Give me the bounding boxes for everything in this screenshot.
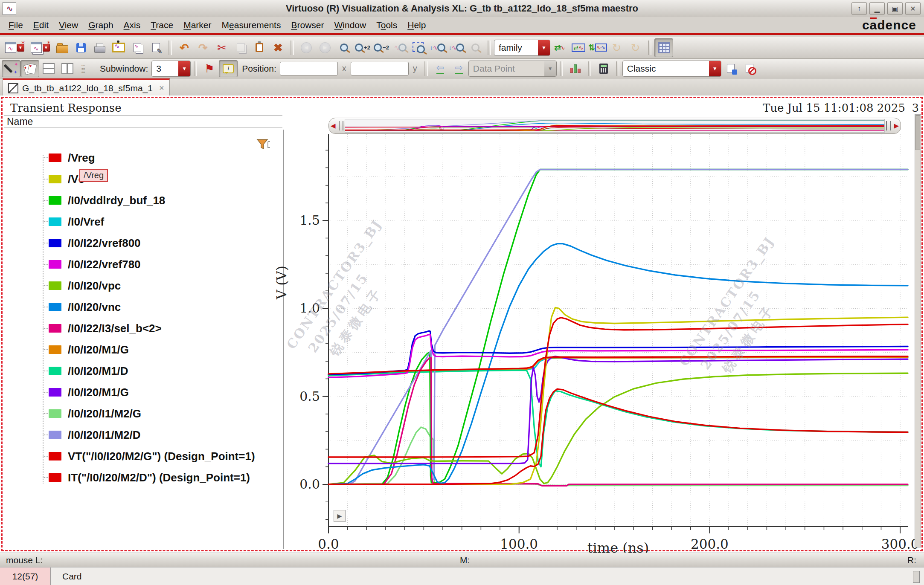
delete-button[interactable]: ✖ [269, 38, 288, 57]
signal-item[interactable]: /I0/I20/M1/D [0, 360, 277, 382]
combo-classic[interactable]: Classic▼ [622, 61, 721, 77]
combo-dropdown-icon[interactable]: ▼ [178, 61, 190, 76]
signal-name[interactable]: /I0/I20/I1/M2/D [68, 429, 141, 442]
cut-button[interactable]: ✂ [212, 38, 231, 57]
signal-color-swatch[interactable] [49, 431, 61, 439]
position-input[interactable] [280, 62, 338, 75]
signal-color-swatch[interactable] [49, 153, 61, 162]
signal-color-swatch[interactable] [49, 452, 61, 460]
signal-name[interactable]: /Vreg [68, 151, 95, 165]
trace--i0-vddlrdy-buf-18[interactable] [328, 170, 908, 485]
combo-family[interactable]: family▼ [494, 40, 550, 56]
signal-color-swatch[interactable] [49, 260, 61, 269]
menu-item-file[interactable]: File [3, 17, 28, 32]
signal-color-swatch[interactable] [49, 388, 61, 397]
vsplit-button[interactable] [58, 60, 77, 77]
signal-name[interactable]: /I0/I20/M1/D [68, 365, 128, 378]
trace-vt-i0-i20-m2-g-design-point-1-[interactable] [328, 356, 908, 374]
signal-color-swatch[interactable] [49, 175, 61, 183]
signal-color-swatch[interactable] [49, 367, 61, 375]
signal-item[interactable]: IT("/I0/I20/M2/D") (Design_Point=1) [0, 467, 277, 488]
signal-color-swatch[interactable] [49, 239, 61, 247]
signal-name[interactable]: VT("/I0/I20/M2/G") (Design_Point=1) [68, 450, 255, 463]
signal-color-swatch[interactable] [49, 324, 61, 333]
zoom-x-button[interactable]: ↕∿ [428, 38, 447, 57]
wand-button[interactable]: ✦✦ [2, 60, 20, 77]
trace-updown-button[interactable]: ⇅∿∿ [588, 38, 607, 57]
signal-item[interactable]: /Vreg [0, 147, 277, 168]
save-button[interactable] [72, 38, 90, 57]
menu-item-trace[interactable]: Trace [145, 17, 178, 32]
signal-item[interactable]: /I0/I20/vnc [0, 296, 277, 318]
zoom-y-button[interactable]: ↕∿ [447, 38, 466, 57]
graph-tab[interactable]: G_tb_tb_a1t22_ldo_18_sf5ma_1 × [3, 78, 170, 96]
trace--vreg[interactable] [328, 318, 908, 457]
trace--i0-i20-vnc[interactable] [328, 244, 908, 484]
signal-name[interactable]: /I0/Vref [68, 215, 104, 229]
datapoint-next-button[interactable]: ⇨ [450, 60, 468, 77]
signal-item[interactable]: /I0/I22/I3/sel_b<2> [0, 318, 277, 339]
menu-item-browser[interactable]: Browser [286, 17, 329, 32]
signal-name[interactable]: /I0/I20/vnc [68, 301, 121, 314]
trace--i0-i22-vref800[interactable] [328, 331, 908, 374]
trace-overlay-button[interactable]: ⇄∿ [569, 38, 588, 57]
zoom-box-button[interactable] [410, 38, 428, 57]
signal-name[interactable]: /I0/I22/I3/sel_b<2> [68, 322, 162, 335]
signal-item[interactable]: /Vc [0, 168, 277, 190]
edit-graph-button[interactable]: ✎ [147, 38, 166, 57]
signal-color-swatch[interactable] [49, 281, 61, 290]
combo-dropdown-icon[interactable]: ▼ [538, 40, 550, 55]
pan-left-handle[interactable] [339, 121, 343, 130]
tab-close-icon[interactable]: × [159, 83, 164, 93]
signal-item[interactable]: /I0/I20/vpc [0, 275, 277, 296]
print-button[interactable] [90, 38, 109, 57]
signal-item[interactable]: /I0/vddlrdy_buf_18 [0, 190, 277, 211]
combo-data-point[interactable]: Data Point▼ [468, 61, 557, 77]
signal-name[interactable]: /I0/I20/vpc [68, 279, 121, 292]
new-subwindow-button[interactable]: ∿✶▼ [27, 38, 53, 57]
menu-item-view[interactable]: View [54, 17, 83, 32]
minimize-button[interactable]: ▁ [869, 2, 885, 15]
signal-color-swatch[interactable] [49, 217, 61, 226]
signal-name[interactable]: /I0/I20/M1/G [68, 386, 129, 399]
copy-graph-button[interactable] [128, 38, 147, 57]
trace--i0-i20-i1-m2-g[interactable] [328, 427, 908, 486]
signal-color-swatch[interactable] [49, 303, 61, 311]
histogram-button[interactable] [566, 60, 585, 77]
trace-strip-button[interactable]: ⇄∿ [550, 38, 569, 57]
strip-expand-icon[interactable]: ▶ [334, 510, 346, 522]
datapoint-prev-button[interactable]: ⇦ [431, 60, 450, 77]
table-view-button[interactable] [654, 38, 673, 57]
menu-item-axis[interactable]: Axis [119, 17, 146, 32]
trace--i0-i20-i1-m2-d[interactable] [328, 170, 908, 485]
plot-canvas[interactable]: 0.00.51.01.50.0100.0200.0300.0 [328, 134, 908, 527]
menu-item-tools[interactable]: Tools [371, 17, 402, 32]
scrollbar-thumb[interactable] [915, 115, 920, 150]
combo-dropdown-icon[interactable]: ▼ [544, 61, 556, 76]
signal-color-swatch[interactable] [49, 196, 61, 205]
name-column-header[interactable]: Name [7, 116, 33, 127]
signal-item[interactable]: /I0/I20/I1/M2/G [0, 403, 277, 424]
trace--i0-i20-vpc[interactable] [328, 373, 908, 484]
paste-button[interactable] [250, 38, 269, 57]
signal-item[interactable]: VT("/I0/I20/M2/G") (Design_Point=1) [0, 446, 277, 467]
signal-name[interactable]: /I0/I20/M1/G [68, 343, 129, 356]
menu-item-help[interactable]: Help [402, 17, 431, 32]
menu-item-window[interactable]: Window [329, 17, 371, 32]
shade-window-button[interactable]: ↑ [851, 2, 867, 15]
signal-item[interactable]: /I0/I20/I1/M2/D [0, 424, 277, 446]
hsplit-button[interactable] [39, 60, 58, 77]
signal-color-swatch[interactable] [49, 473, 61, 482]
label-save-button[interactable] [721, 60, 740, 77]
signal-name[interactable]: /I0/I22/vref800 [68, 237, 141, 250]
vertical-scrollbar[interactable] [915, 114, 921, 547]
signal-item[interactable]: /I0/I22/vref800 [0, 232, 277, 254]
position-input[interactable] [351, 62, 409, 75]
signal-name[interactable]: IT("/I0/I20/M2/D") (Design_Point=1) [68, 471, 250, 484]
multiwindow-button[interactable] [77, 60, 96, 77]
signal-color-swatch[interactable] [49, 345, 61, 354]
pan-left-icon[interactable]: ◀ [329, 122, 337, 130]
combo-3[interactable]: 3▼ [151, 61, 191, 77]
menu-item-measurements[interactable]: Measurements [217, 17, 286, 32]
menu-item-marker[interactable]: Marker [178, 17, 216, 32]
